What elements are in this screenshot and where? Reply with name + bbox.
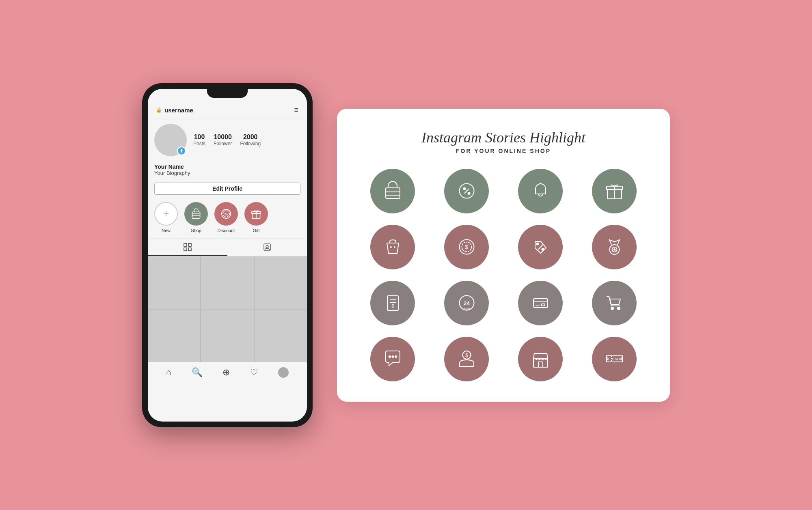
highlight-label-discount: Discount bbox=[218, 228, 235, 233]
profile-bio: Your Name Your Biography bbox=[148, 160, 307, 180]
main-container: 🔒 username ≡ + 100 P bbox=[0, 0, 812, 510]
photo-cell bbox=[148, 256, 200, 309]
highlight-label-gift: Gift bbox=[253, 228, 259, 233]
svg-point-29 bbox=[536, 243, 538, 245]
svg-rect-11 bbox=[188, 248, 191, 251]
svg-text:%: % bbox=[225, 212, 228, 216]
tab-tagged[interactable] bbox=[227, 239, 307, 256]
highlight-gift[interactable]: Gift bbox=[244, 202, 268, 233]
following-label: Following bbox=[240, 141, 261, 146]
svg-rect-43 bbox=[542, 304, 545, 306]
highlight-circle-gift bbox=[244, 202, 268, 226]
icon-24h: 24 hours bbox=[444, 281, 489, 325]
highlight-circle-discount: % bbox=[214, 202, 238, 226]
svg-text:$: $ bbox=[465, 353, 468, 358]
icon-medal bbox=[592, 225, 637, 269]
icon-receipt: $ bbox=[370, 281, 415, 325]
icon-gift bbox=[592, 169, 637, 213]
highlight-circle-shop bbox=[184, 202, 208, 226]
edit-profile-button[interactable]: Edit Profile bbox=[154, 183, 300, 195]
stats-row: 100 Posts 10000 Follower 2000 Following bbox=[193, 133, 261, 146]
svg-rect-10 bbox=[184, 248, 187, 251]
highlight-discount[interactable]: % Discount bbox=[214, 202, 238, 233]
svg-text:$: $ bbox=[465, 244, 468, 250]
highlight-label-shop: Shop bbox=[191, 228, 201, 233]
icon-shopping-bag bbox=[370, 225, 415, 269]
heart-icon[interactable]: ♡ bbox=[250, 367, 258, 378]
photo-cell bbox=[255, 310, 307, 362]
icon-credit-card bbox=[518, 281, 563, 325]
stats-section: 100 Posts 10000 Follower 2000 Following bbox=[193, 133, 261, 146]
posts-label: Posts bbox=[193, 141, 205, 146]
svg-point-13 bbox=[266, 245, 268, 248]
phone-notch bbox=[207, 89, 248, 98]
svg-point-47 bbox=[392, 356, 393, 357]
search-icon[interactable]: 🔍 bbox=[192, 367, 203, 378]
username-text: username bbox=[164, 107, 193, 114]
posts-stat: 100 Posts bbox=[193, 133, 205, 146]
phone-mockup: 🔒 username ≡ + 100 P bbox=[142, 83, 313, 427]
icons-grid: $ bbox=[361, 169, 646, 381]
svg-text:hours: hours bbox=[462, 307, 471, 310]
tab-grid[interactable] bbox=[148, 239, 227, 256]
svg-text:SALE: SALE bbox=[612, 357, 621, 361]
home-icon[interactable]: ⌂ bbox=[166, 367, 171, 378]
following-number: 2000 bbox=[240, 133, 261, 141]
icon-chat bbox=[370, 337, 415, 381]
svg-rect-40 bbox=[533, 299, 548, 308]
photo-cell bbox=[148, 310, 200, 362]
highlights-row: + New Shop bbox=[148, 200, 307, 239]
phone-header: 🔒 username ≡ bbox=[148, 103, 307, 118]
profile-section: + 100 Posts 10000 Follower bbox=[148, 118, 307, 160]
tabs-row bbox=[148, 239, 307, 256]
profile-name: Your Name bbox=[154, 164, 300, 170]
icon-percent-tag bbox=[518, 225, 563, 269]
icon-percent-badge bbox=[444, 169, 489, 213]
bottom-nav: ⌂ 🔍 ⊕ ♡ bbox=[148, 362, 307, 383]
svg-rect-52 bbox=[538, 362, 543, 367]
followers-stat: 10000 Follower bbox=[214, 133, 232, 146]
phone-screen: 🔒 username ≡ + 100 P bbox=[148, 89, 307, 422]
profile-icon[interactable] bbox=[278, 367, 289, 378]
svg-point-24 bbox=[391, 247, 391, 247]
svg-point-18 bbox=[463, 188, 465, 190]
icon-cart bbox=[592, 281, 637, 325]
add-story-button[interactable]: + bbox=[177, 146, 186, 155]
svg-point-19 bbox=[468, 192, 470, 194]
avatar-container: + bbox=[154, 124, 187, 156]
svg-point-45 bbox=[618, 307, 620, 310]
lock-icon: 🔒 bbox=[156, 107, 162, 113]
posts-number: 100 bbox=[193, 133, 205, 141]
highlight-new[interactable]: + New bbox=[154, 202, 178, 233]
svg-text:24: 24 bbox=[464, 300, 470, 306]
menu-icon[interactable]: ≡ bbox=[294, 106, 299, 114]
svg-rect-14 bbox=[386, 188, 400, 198]
followers-label: Follower bbox=[214, 141, 232, 146]
photo-cell bbox=[255, 256, 307, 309]
right-panel: Instagram Stories Highlight FOR YOUR ONL… bbox=[337, 109, 670, 402]
panel-title: Instagram Stories Highlight bbox=[361, 129, 646, 146]
add-icon[interactable]: ⊕ bbox=[222, 367, 230, 378]
followers-number: 10000 bbox=[214, 133, 232, 141]
svg-text:$: $ bbox=[391, 303, 394, 308]
icon-hand-coin: $ bbox=[444, 337, 489, 381]
photo-cell bbox=[201, 310, 253, 362]
icon-bell bbox=[518, 169, 563, 213]
following-stat: 2000 Following bbox=[240, 133, 261, 146]
svg-point-48 bbox=[395, 356, 397, 357]
svg-rect-8 bbox=[184, 243, 187, 246]
highlight-shop[interactable]: Shop bbox=[184, 202, 208, 233]
highlight-circle-new: + bbox=[154, 202, 178, 226]
svg-point-44 bbox=[611, 307, 613, 310]
username-display: 🔒 username bbox=[156, 107, 193, 114]
svg-rect-0 bbox=[192, 212, 200, 218]
icon-store bbox=[518, 337, 563, 381]
svg-point-25 bbox=[394, 247, 395, 247]
icon-basket bbox=[370, 169, 415, 213]
profile-biography: Your Biography bbox=[154, 170, 300, 176]
photo-grid bbox=[148, 256, 307, 362]
icon-ticket: SALE bbox=[592, 337, 637, 381]
svg-point-46 bbox=[389, 356, 391, 357]
photo-cell bbox=[201, 256, 253, 309]
icon-dollar-badge: $ bbox=[444, 225, 489, 269]
